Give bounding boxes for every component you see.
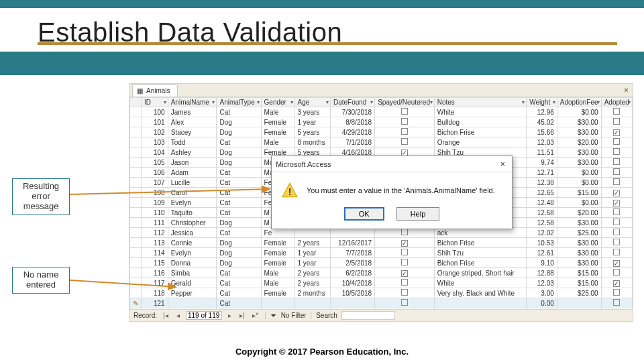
nav-last[interactable]: ▸| [237, 312, 247, 319]
ok-button[interactable]: OK [344, 207, 384, 221]
warning-icon: ! [281, 182, 299, 199]
error-dialog: Microsoft Access × ! You must enter a va… [271, 156, 513, 229]
nav-new[interactable]: ▸* [250, 312, 260, 319]
tab-label: Animals [146, 87, 170, 95]
filter-icon[interactable]: ⏷ [270, 312, 277, 319]
table-row[interactable]: 117GeraldCatMale2 years10/4/2018White12.… [130, 278, 633, 288]
svg-line-5 [70, 280, 176, 287]
table-row[interactable]: 118PepperCatFemale2 months10/5/2018Very … [130, 288, 633, 298]
col-name[interactable]: AnimalName▾ [168, 98, 217, 107]
table-row[interactable]: 115DonnaDogFemale1 year2/5/2018Bichon Fr… [130, 258, 633, 268]
nav-first[interactable]: |◂ [161, 312, 170, 319]
callout-error-message: Resulting error message [12, 178, 70, 215]
col-spay[interactable]: Spayed/Neutered▾ [375, 98, 435, 107]
edit-row[interactable]: ✎121Cat0.00 [130, 298, 633, 308]
dialog-buttons: OK Help [272, 203, 512, 229]
svg-line-3 [70, 189, 270, 194]
callout-no-name: No name entered [12, 267, 70, 294]
col-notes[interactable]: Notes▾ [434, 98, 527, 107]
col-adopt[interactable]: Adopted▾ [601, 98, 632, 107]
col-date[interactable]: DateFound▾ [330, 98, 374, 107]
table-row[interactable]: 114EvelynDogFemale1 year7/7/2018Shih Tzu… [130, 248, 633, 258]
dialog-titlebar: Microsoft Access × [272, 156, 512, 172]
row-selector-header [130, 98, 142, 107]
header-row: ID▾ AnimalName▾ AnimalType▾ Gender▾ Age▾… [130, 98, 633, 107]
slide-header: Establish Data Validation [0, 0, 644, 75]
record-position[interactable] [186, 311, 222, 320]
table-row[interactable]: 113ConnieDogFemale2 years12/16/2017Bicho… [130, 238, 633, 248]
table-row[interactable]: 101AlexDogFemale1 year8/8/2018Bulldog45.… [130, 117, 633, 127]
dialog-message: You must enter a value in the 'Animals.A… [307, 186, 495, 194]
col-fee[interactable]: AdoptionFee▾ [557, 98, 601, 107]
table-row[interactable]: 100JamesCatMale3 years7/30/2018White12.9… [130, 107, 633, 117]
table-row[interactable]: 116SimbaCatMale2 years6/2/2018Orange str… [130, 268, 633, 278]
close-icon[interactable]: × [624, 86, 629, 95]
arrow-to-dialog [70, 188, 278, 201]
help-button[interactable]: Help [396, 207, 440, 221]
arrow-to-row [70, 278, 184, 291]
dialog-body: ! You must enter a value in the 'Animals… [272, 172, 512, 203]
dialog-close-button[interactable]: × [497, 159, 508, 169]
search-label: Search [316, 312, 337, 319]
datasheet-tabbar: ▦ Animals × [129, 84, 633, 97]
col-id[interactable]: ID▾ [142, 98, 168, 107]
filter-label: No Filter [281, 312, 307, 319]
search-input[interactable] [341, 311, 395, 320]
title-underline [38, 42, 617, 45]
nav-prev[interactable]: ◂ [174, 312, 182, 319]
title-container: Establish Data Validation [0, 8, 644, 52]
table-icon: ▦ [136, 87, 144, 95]
col-age[interactable]: Age▾ [294, 98, 330, 107]
copyright-text: Copyright © 2017 Pearson Education, Inc. [0, 347, 644, 357]
nav-next[interactable]: ▸ [226, 312, 233, 319]
record-label: Record: [133, 312, 157, 319]
svg-text:!: ! [288, 186, 292, 197]
col-type[interactable]: AnimalType▾ [217, 98, 261, 107]
table-row[interactable]: 102StaceyDogFemale5 years4/29/2018Bichon… [130, 127, 633, 137]
col-gender[interactable]: Gender▾ [261, 98, 294, 107]
tab-animals[interactable]: ▦ Animals [132, 84, 178, 97]
record-navigator: Record: |◂ ◂ ▸ ▸| ▸* | ⏷ No Filter | Sea… [129, 309, 633, 321]
col-weight[interactable]: Weight▾ [527, 98, 557, 107]
dialog-title: Microsoft Access [276, 160, 331, 168]
table-row[interactable]: 103ToddCatMale8 months7/1/2018Orange12.0… [130, 137, 633, 147]
